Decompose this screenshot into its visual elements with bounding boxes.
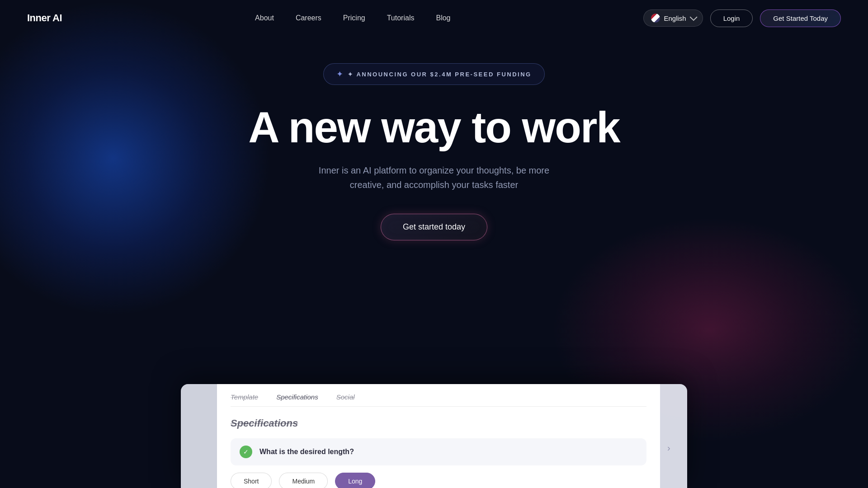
app-tabs: Template Specifications Social (231, 393, 646, 407)
sparkle-icon: ✦ (336, 69, 343, 79)
arrow-icon: › (667, 443, 678, 454)
app-right-panel (660, 384, 687, 488)
answer-long[interactable]: Long (335, 473, 375, 488)
language-selector[interactable]: English (643, 9, 703, 27)
app-question-row: ✓ What is the desired length? (231, 438, 646, 465)
brand-logo[interactable]: Inner AI (27, 12, 62, 24)
hero-title-text: A new way to work (248, 103, 619, 151)
check-circle: ✓ (240, 446, 252, 458)
app-section-title: Specifications (231, 418, 646, 429)
app-content: Template Specifications Social Specifica… (217, 384, 660, 488)
nav-links: About Careers Pricing Tutorials Blog (255, 14, 450, 22)
app-preview: Template Specifications Social Specifica… (181, 384, 687, 488)
hero-subtitle: Inner is an AI platform to organize your… (307, 163, 561, 192)
login-button[interactable]: Login (710, 9, 753, 27)
announcement-text: ✦ ANNOUNCING OUR $2.4M PRE-SEED FUNDING (348, 71, 531, 78)
app-preview-inner: Template Specifications Social Specifica… (181, 384, 687, 488)
tab-specifications[interactable]: Specifications (276, 393, 318, 401)
check-icon: ✓ (243, 448, 249, 455)
tab-template[interactable]: Template (231, 393, 258, 401)
question-text: What is the desired length? (259, 448, 354, 456)
hero-cta-button[interactable]: Get started today (381, 214, 487, 240)
chevron-down-icon (689, 13, 697, 21)
language-label: English (664, 14, 686, 22)
answer-medium[interactable]: Medium (279, 473, 328, 488)
hero-title: A new way to work (248, 105, 619, 150)
app-sidebar (181, 384, 217, 488)
nav-tutorials[interactable]: Tutorials (387, 14, 415, 22)
get-started-nav-button[interactable]: Get Started Today (760, 9, 841, 27)
flag-icon (651, 14, 660, 23)
announcement-badge[interactable]: ✦ ✦ ANNOUNCING OUR $2.4M PRE-SEED FUNDIN… (323, 63, 544, 85)
answer-short[interactable]: Short (231, 473, 272, 488)
nav-careers[interactable]: Careers (296, 14, 321, 22)
hero-section: ✦ ✦ ANNOUNCING OUR $2.4M PRE-SEED FUNDIN… (0, 36, 868, 240)
nav-blog[interactable]: Blog (436, 14, 450, 22)
tab-social[interactable]: Social (336, 393, 355, 401)
nav-pricing[interactable]: Pricing (343, 14, 365, 22)
answer-options: Short Medium Long (231, 473, 646, 488)
nav-right: English Login Get Started Today (643, 9, 841, 27)
nav-about[interactable]: About (255, 14, 274, 22)
navbar: Inner AI About Careers Pricing Tutorials… (0, 0, 868, 36)
